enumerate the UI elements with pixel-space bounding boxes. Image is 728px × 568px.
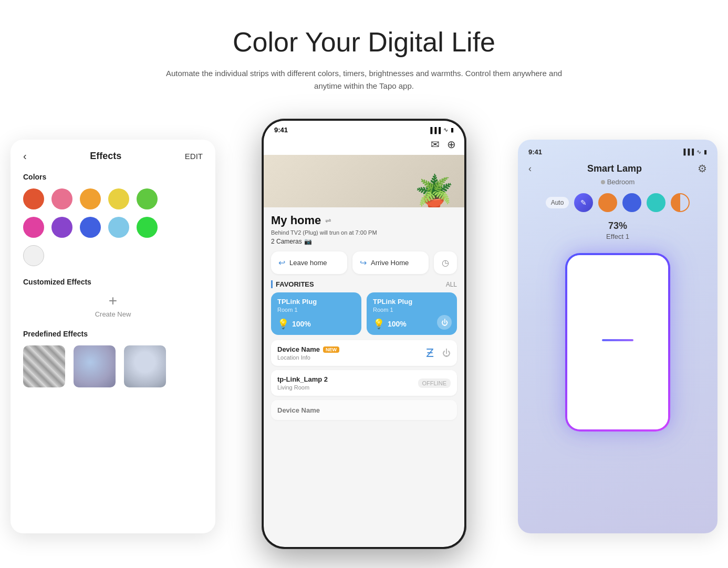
app-topbar: ✉ ⊕ [264,136,464,155]
favorites-label: FAVORITES [271,280,314,288]
status-icons: ▐▐▐ ∿ ▮ [429,127,454,133]
color-pink[interactable] [51,188,72,209]
lamp-line-1 [602,339,633,341]
fav-card-1[interactable]: TPLink Plug Room 1 💡 100% [271,292,361,335]
battery-icon: ▮ [451,127,454,133]
rp-color-blue[interactable] [622,193,641,212]
rp-status-icons: ▐▐▐ ∿ ▮ [682,149,707,155]
fav-percent-2: 100% [388,320,407,328]
color-purple[interactable] [51,217,72,238]
rp-signal-icon: ▐▐▐ [682,149,694,155]
device-name-2: tp-Link_Lamp 2 [277,375,328,383]
add-home-icon[interactable]: ⊕ [447,138,456,151]
device-item-3[interactable]: Device Name [271,400,457,420]
app-hero-image: 🪴 [264,155,464,207]
rp-color-row: Auto ✎ [528,193,707,212]
rp-gear-icon[interactable]: ⚙ [698,162,707,175]
bulb-icon-2: 💡 [373,318,384,330]
back-button[interactable]: ‹ [23,150,27,162]
create-new-button[interactable]: + Create New [23,293,203,318]
home-notice: Behind TV2 (Plug) will trun on at 7:00 P… [271,229,457,236]
customized-label: Customized Effects [23,278,203,286]
device-item-2[interactable]: tp-Link_Lamp 2 Living Room OFFLINE [271,370,457,396]
rp-wifi-icon: ∿ [696,149,701,155]
rp-location-label: Bedroom [607,178,635,186]
device-power-1[interactable]: ⏻ [442,349,451,358]
rp-header: ‹ Smart Lamp ⚙ [528,162,707,175]
fav-card-2[interactable]: TPLink Plug Room 1 💡 100% ⏻ [367,292,457,335]
device-info-3: Device Name [277,405,320,415]
lamp-visual-container [528,248,707,437]
rp-battery-icon: ▮ [704,149,707,155]
page-title: Color Your Digital Life [11,26,717,58]
arrive-home-card[interactable]: ↪ Arrive Home [352,251,429,274]
fav-name-2: TPLink Plug [373,298,451,306]
effect-thumb-2[interactable] [74,345,116,387]
customized-section: Customized Effects + Create New [23,278,203,318]
color-light-blue[interactable] [108,217,129,238]
color-orange[interactable] [80,188,101,209]
left-panel-header: ‹ Effects EDIT [23,150,203,162]
arrive-home-label: Arrive Home [371,259,409,267]
home-switch-icon[interactable]: ⇌ [325,216,331,225]
rp-color-red-partial[interactable] [671,193,690,212]
device-info-1: Device Name NEW Location Info [277,345,339,361]
rp-color-teal[interactable] [647,193,665,212]
timer-card[interactable]: ◷ [434,251,457,274]
predefined-label: Predefined Effects [23,330,203,338]
color-bright-green[interactable] [137,217,158,238]
effect-thumb-3[interactable] [124,345,166,387]
color-yellow[interactable] [108,188,129,209]
right-panel: 9:41 ▐▐▐ ∿ ▮ ‹ Smart Lamp ⚙ Bedroom Auto… [518,140,717,533]
mail-icon[interactable]: ✉ [431,138,440,151]
rp-title: Smart Lamp [587,163,642,174]
color-blue[interactable] [80,217,101,238]
rp-color-orange[interactable] [598,193,617,212]
device-name-row-1: Device Name NEW [277,345,339,353]
color-red-orange[interactable] [23,188,44,209]
device-icons-1: Ƶ ⏻ [426,346,451,360]
favorites-header: FAVORITES ALL [271,280,457,288]
color-white[interactable] [23,245,44,266]
plus-icon: + [109,293,117,308]
color-green[interactable] [137,188,158,209]
signal-icon: ▐▐▐ [429,127,441,133]
all-label[interactable]: ALL [446,281,457,288]
colors-label: Colors [23,173,203,181]
fav-room-1: Room 1 [277,307,355,313]
leave-home-icon: ↩ [278,258,285,268]
action-row: ↩ Leave home ↪ Arrive Home ◷ [271,251,457,274]
cameras-row: 2 Cameras 📷 [271,238,457,245]
device-name-row-2: tp-Link_Lamp 2 [277,375,328,383]
rp-location: Bedroom [528,178,707,186]
device-name-1: Device Name [277,345,320,353]
device-location-1: Location Info [277,354,339,361]
effects-thumbnails [23,345,203,387]
color-magenta[interactable] [23,217,44,238]
edit-button[interactable]: EDIT [185,152,203,161]
device-name-3: Device Name [277,406,320,414]
rp-time: 9:41 [528,148,542,156]
rp-back-button[interactable]: ‹ [528,163,532,174]
fav-percent-1: 100% [292,320,311,328]
app-content: My home ⇌ Behind TV2 (Plug) will trun on… [264,207,464,426]
leave-home-label: Leave home [289,259,327,267]
phones-container: ‹ Effects EDIT Colors Customized Effects… [0,119,728,549]
rp-edit-color[interactable]: ✎ [574,193,593,212]
device-icons-2: OFFLINE [418,378,451,388]
leave-home-card[interactable]: ↩ Leave home [271,251,347,274]
fav-power-btn-2[interactable]: ⏻ [437,315,452,330]
wifi-icon: ∿ [443,127,448,133]
page-subtitle: Automate the individual strips with diff… [164,67,564,92]
location-dot-icon [601,180,605,184]
rp-auto-button[interactable]: Auto [546,197,569,208]
status-bar: 9:41 ▐▐▐ ∿ ▮ [264,121,464,136]
arrive-home-icon: ↪ [360,258,367,268]
center-phone: 9:41 ▐▐▐ ∿ ▮ ✉ ⊕ 🪴 [262,119,466,549]
favorites-grid: TPLink Plug Room 1 💡 100% TPLink Plug Ro… [271,292,457,335]
device-location-2: Living Room [277,384,328,391]
predefined-section: Predefined Effects [23,330,203,387]
effect-thumb-1[interactable] [23,345,65,387]
device-item-1[interactable]: Device Name NEW Location Info Ƶ ⏻ [271,340,457,366]
rp-status-bar: 9:41 ▐▐▐ ∿ ▮ [528,148,707,156]
